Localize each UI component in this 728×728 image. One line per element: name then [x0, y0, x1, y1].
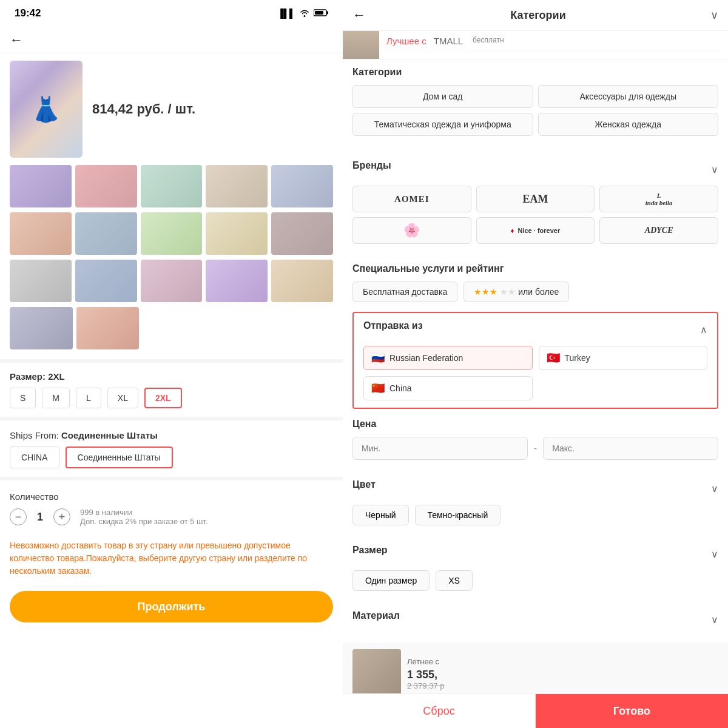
- right-header-title: Категории: [510, 9, 565, 22]
- chevron-down-icon[interactable]: ∨: [710, 8, 718, 22]
- thumbnail-row-4: [10, 307, 333, 349]
- country-russia-btn[interactable]: 🇷🇺 Russian Federation: [363, 346, 533, 370]
- color-darkred-btn[interactable]: Темно-красный: [415, 505, 501, 525]
- thumbnail-2[interactable]: [75, 165, 137, 207]
- wifi-icon: [299, 8, 310, 19]
- china-flag-icon: 🇨🇳: [371, 382, 385, 395]
- thumbnail-8[interactable]: [141, 212, 203, 255]
- category-btn-women[interactable]: Женская одежда: [538, 113, 719, 136]
- size-btn-2xl[interactable]: 2XL: [144, 388, 182, 408]
- thumbnail-10[interactable]: [271, 212, 333, 255]
- brands-section: Бренды ∨ AOMEI EAM Linda bella 🌸 ♦ Nice …: [343, 153, 728, 251]
- product-thumb-1: [352, 649, 401, 698]
- status-icons: ▐▌▌: [277, 8, 328, 19]
- qty-decrease-btn[interactable]: −: [10, 508, 27, 525]
- category-btn-accessories[interactable]: Аксессуары для одежды: [538, 85, 719, 108]
- thumbnail-1[interactable]: [10, 165, 72, 207]
- color-black-btn[interactable]: Черный: [352, 505, 409, 525]
- product-info-1: Летнее с 1 355, 2 379,37 р: [407, 657, 444, 690]
- tab-best[interactable]: Лучшее с: [386, 36, 426, 46]
- size-filter-onesize-btn[interactable]: Один размер: [352, 570, 430, 591]
- turkey-flag-icon: 🇹🇷: [547, 351, 560, 365]
- free-shipping-badge: бесплатн: [473, 36, 504, 46]
- color-title: Цвет: [352, 479, 376, 490]
- price-max-input[interactable]: [543, 437, 718, 460]
- thumbnail-7[interactable]: [75, 212, 137, 255]
- ships-btn-us[interactable]: Соединенные Штаты: [66, 447, 173, 468]
- thumbnail-14[interactable]: [206, 260, 268, 302]
- material-chevron-icon[interactable]: ∨: [711, 614, 718, 625]
- status-time: 19:42: [15, 7, 41, 19]
- russia-flag-icon: 🇷🇺: [371, 351, 385, 365]
- continue-button[interactable]: Продолжить: [10, 591, 333, 622]
- product-price: 814,42 руб. / шт.: [92, 101, 195, 117]
- ships-btn-china[interactable]: CHINA: [10, 447, 59, 468]
- thumbnail-15[interactable]: [271, 260, 333, 302]
- stock-info: 999 в наличии: [80, 508, 208, 517]
- signal-icon: ▐▌▌: [277, 8, 295, 18]
- free-delivery-btn[interactable]: Бесплатная доставка: [352, 281, 457, 302]
- thumbnail-4[interactable]: [206, 165, 268, 207]
- brand-gardenup-btn[interactable]: 🌸: [352, 217, 471, 244]
- thumbnail-row-3: [10, 260, 333, 302]
- country-turkey-btn[interactable]: 🇹🇷 Turkey: [539, 346, 708, 370]
- brands-chevron-icon[interactable]: ∨: [711, 164, 718, 175]
- thumbnail-13[interactable]: [141, 260, 203, 302]
- left-panel: 19:42 ▐▌▌ ← 👗: [0, 0, 343, 728]
- size-chevron-icon[interactable]: ∨: [711, 548, 718, 560]
- size-filter-xs-btn[interactable]: XS: [436, 570, 473, 591]
- filter-tabs: Лучшее с TMALL бесплатн: [386, 36, 721, 50]
- right-header: ← Категории ∨: [343, 0, 728, 31]
- divider-3: [0, 477, 343, 480]
- category-grid: Дом и сад Аксессуары для одежды Тематиче…: [352, 85, 718, 136]
- color-chevron-icon[interactable]: ∨: [711, 483, 718, 494]
- reset-button[interactable]: Сброс: [343, 694, 536, 728]
- back-button[interactable]: ←: [10, 32, 23, 48]
- thumbnail-12[interactable]: [75, 260, 137, 302]
- brand-niceforever-btn[interactable]: ♦ Nice · forever: [476, 217, 595, 244]
- thumbnail-11[interactable]: [10, 260, 72, 302]
- product-main: 👗 814,42 руб. / шт.: [10, 61, 333, 158]
- material-title: Материал: [352, 610, 400, 621]
- ships-from-selected: Соединенные Штаты: [61, 430, 158, 440]
- size-options: S M L XL 2XL: [10, 388, 333, 408]
- price-min-input[interactable]: [352, 437, 528, 460]
- country-china-btn[interactable]: 🇨🇳 China: [363, 376, 533, 400]
- ships-from-filter: Отправка из ∧ 🇷🇺 Russian Federation 🇹🇷 T…: [352, 312, 718, 409]
- back-button-right[interactable]: ←: [352, 7, 366, 23]
- color-section: Цвет ∨ Черный Темно-красный: [343, 472, 728, 533]
- brand-adyce-btn[interactable]: ADYCE: [599, 217, 718, 244]
- divider-1: [0, 359, 343, 363]
- price-section: Цена -: [343, 411, 728, 467]
- chevron-up-icon[interactable]: ∧: [700, 324, 707, 335]
- thumbnail-9[interactable]: [206, 212, 268, 255]
- qty-controls: − 1 +: [10, 508, 70, 525]
- size-btn-xl[interactable]: XL: [107, 388, 138, 408]
- size-label: Размер: 2XL: [10, 371, 333, 382]
- size-btn-l[interactable]: L: [76, 388, 101, 408]
- brand-ld-btn[interactable]: Linda bella: [599, 186, 718, 212]
- thumbnail-6[interactable]: [10, 212, 72, 255]
- thumbnail-17[interactable]: [76, 307, 140, 349]
- size-btn-s[interactable]: S: [10, 388, 36, 408]
- price-separator: -: [534, 443, 537, 454]
- services-options: Бесплатная доставка ★★★★★ или более: [352, 281, 718, 302]
- confirm-button[interactable]: Готово: [536, 694, 728, 728]
- category-btn-home[interactable]: Дом и сад: [352, 85, 533, 108]
- thumbnail-row-2: [10, 212, 333, 255]
- rating-btn[interactable]: ★★★★★ или более: [463, 281, 569, 302]
- qty-increase-btn[interactable]: +: [53, 508, 70, 525]
- brand-eam-btn[interactable]: EAM: [476, 186, 595, 212]
- size-btn-m[interactable]: M: [42, 388, 70, 408]
- thumbnail-5[interactable]: [271, 165, 333, 207]
- brand-grid: AOMEI EAM Linda bella 🌸 ♦ Nice · forever…: [352, 186, 718, 244]
- qty-info: 999 в наличии Доп. скидка 2% при заказе …: [80, 508, 208, 526]
- thumbnail-16[interactable]: [10, 307, 73, 349]
- category-btn-themed[interactable]: Тематическая одежда и униформа: [352, 113, 533, 136]
- tab-tmall[interactable]: TMALL: [434, 36, 463, 46]
- thumbnail-row-1: [10, 165, 333, 207]
- thumbnail-3[interactable]: [141, 165, 203, 207]
- brands-title: Бренды: [352, 160, 391, 171]
- ships-from-filter-title: Отправка из: [363, 320, 423, 331]
- brand-aomei-btn[interactable]: AOMEI: [352, 186, 471, 212]
